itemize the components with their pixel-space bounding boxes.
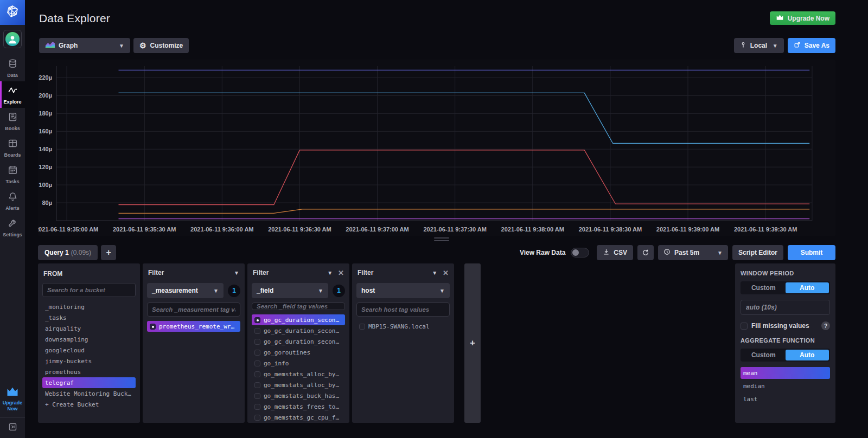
- view-raw-data-toggle[interactable]: [571, 248, 589, 257]
- checkbox[interactable]: [254, 350, 260, 356]
- sidebar-item-books[interactable]: Books: [0, 108, 25, 134]
- close-icon[interactable]: ✕: [443, 269, 449, 276]
- sidebar-item-boards[interactable]: Boards: [0, 134, 25, 161]
- view-controls: Graph ▼ ⚙ Customize Local ▼: [39, 38, 835, 53]
- checkbox[interactable]: [359, 324, 365, 330]
- sidebar-item-tasks[interactable]: Tasks: [0, 161, 25, 188]
- help-icon[interactable]: ?: [821, 321, 830, 330]
- chevron-down-icon[interactable]: ▼: [327, 270, 333, 276]
- aggregate-function-item[interactable]: mean: [741, 367, 830, 379]
- checkbox[interactable]: [254, 339, 260, 345]
- tag-value-item[interactable]: go_info: [252, 358, 345, 369]
- tag-key-dropdown[interactable]: _measurement▼: [147, 283, 224, 298]
- tag-value-item[interactable]: go_memstats_frees_total: [252, 401, 345, 412]
- boards-icon: [8, 138, 18, 151]
- x-axis-tick-label: 2021-06-11 9:35:00 AM: [38, 226, 98, 233]
- upgrade-now-button[interactable]: Upgrade Now: [770, 11, 835, 25]
- window-period-input[interactable]: [741, 300, 830, 315]
- bucket-item[interactable]: _tasks: [42, 312, 136, 323]
- expand-panel-icon[interactable]: [8, 418, 17, 438]
- checkbox[interactable]: [254, 404, 260, 410]
- filter-title: Filter: [148, 269, 164, 276]
- checkbox[interactable]: [254, 360, 260, 366]
- checkbox[interactable]: [254, 317, 260, 323]
- tag-value-item[interactable]: go_memstats_gc_cpu_fraction: [252, 412, 345, 423]
- export-icon: [794, 41, 801, 50]
- bucket-item[interactable]: + Create Bucket: [42, 399, 136, 410]
- bucket-search-input[interactable]: [42, 283, 136, 297]
- bucket-item[interactable]: airquality: [42, 323, 136, 334]
- chevron-down-icon: ▼: [213, 288, 219, 294]
- window-custom-option[interactable]: Custom: [742, 282, 786, 293]
- query-tab[interactable]: Query 1 (0.09s): [38, 245, 98, 260]
- sidebar-item-settings[interactable]: Settings: [0, 214, 25, 241]
- tag-value-item[interactable]: go_gc_duration_seconds: [252, 314, 345, 325]
- save-as-button[interactable]: Save As: [788, 38, 835, 53]
- chevron-down-icon[interactable]: ▼: [432, 270, 437, 276]
- bucket-item[interactable]: jimmy-buckets: [42, 356, 136, 366]
- submit-button[interactable]: Submit: [788, 245, 835, 260]
- bucket-item[interactable]: _monitoring: [42, 301, 136, 312]
- tag-value-item[interactable]: prometheus_remote_write: [147, 321, 240, 332]
- data-icon: [8, 59, 18, 71]
- sidebar-item-data[interactable]: Data: [0, 55, 25, 81]
- close-icon[interactable]: ✕: [338, 269, 344, 276]
- sidebar-item-explore[interactable]: Explore: [0, 81, 25, 108]
- tag-value-item[interactable]: go_memstats_buck_hash_sys_bytes: [252, 390, 345, 401]
- aggregate-custom-option[interactable]: Custom: [742, 350, 786, 360]
- checkbox[interactable]: [254, 393, 260, 399]
- controls-right: Local ▼ Save As: [734, 38, 835, 53]
- aggregate-auto-option[interactable]: Auto: [786, 350, 829, 360]
- time-series-chart[interactable]: 80µ100µ120µ140µ160µ180µ200µ220µ2021-06-1…: [38, 60, 835, 236]
- tag-value-search-input[interactable]: [252, 302, 345, 310]
- checkbox[interactable]: [150, 324, 156, 330]
- checkbox[interactable]: [254, 382, 260, 388]
- bucket-item[interactable]: telegraf: [42, 377, 136, 388]
- chevron-down-icon[interactable]: ▼: [234, 270, 239, 276]
- sidebar-item-alerts[interactable]: Alerts: [0, 188, 25, 214]
- time-range-dropdown[interactable]: Past 5m ▼: [658, 245, 728, 260]
- window-auto-option[interactable]: Auto: [786, 282, 829, 293]
- tag-value-search-input[interactable]: [356, 302, 450, 317]
- sidebar-item-label: Alerts: [5, 205, 20, 211]
- add-filter-button[interactable]: +: [464, 263, 481, 423]
- view-type-dropdown[interactable]: Graph ▼: [39, 38, 130, 53]
- user-avatar[interactable]: [3, 30, 22, 48]
- tag-value-item[interactable]: go_gc_duration_seconds_count: [252, 325, 345, 336]
- y-axis-tick-label: 120µ: [39, 164, 52, 170]
- bucket-item[interactable]: prometheus: [42, 366, 136, 377]
- bucket-item[interactable]: Website Monitoring Bucket: [42, 388, 136, 399]
- tag-value-item[interactable]: go_goroutines: [252, 347, 345, 358]
- sidebar-upgrade-button[interactable]: Upgrade Now: [1, 387, 24, 418]
- filter-panel-host: Filter▼✕host▼MBP15-SWANG.local: [352, 263, 454, 423]
- resize-handle[interactable]: [434, 237, 449, 241]
- crown-icon: [6, 387, 19, 399]
- refresh-button[interactable]: [637, 245, 654, 260]
- fill-missing-checkbox[interactable]: [741, 323, 748, 330]
- tag-value-item[interactable]: go_memstats_alloc_bytes: [252, 369, 345, 379]
- tag-key-dropdown[interactable]: host▼: [356, 283, 450, 298]
- aggregate-toggle: Custom Auto: [741, 349, 830, 362]
- tag-value-item[interactable]: go_gc_duration_seconds_sum: [252, 336, 345, 347]
- gear-icon: ⚙: [139, 42, 146, 49]
- bucket-item[interactable]: downsampling: [42, 334, 136, 345]
- script-editor-button[interactable]: Script Editor: [732, 245, 783, 260]
- influxdb-logo[interactable]: [0, 0, 25, 25]
- sidebar-item-label: Explore: [3, 99, 21, 105]
- tag-value-item[interactable]: MBP15-SWANG.local: [356, 321, 450, 332]
- aggregate-function-item[interactable]: median: [741, 380, 830, 392]
- window-period-title: WINDOW PERIOD: [741, 270, 830, 276]
- tag-value-item[interactable]: go_memstats_alloc_bytes_total: [252, 379, 345, 390]
- timezone-dropdown[interactable]: Local ▼: [734, 38, 784, 53]
- customize-button[interactable]: ⚙ Customize: [133, 38, 189, 53]
- csv-download-button[interactable]: CSV: [597, 245, 633, 260]
- checkbox[interactable]: [254, 371, 260, 377]
- aggregate-function-item[interactable]: last: [741, 393, 830, 405]
- tag-value-search-input[interactable]: [147, 302, 240, 317]
- area-chart-icon: [45, 41, 55, 50]
- checkbox[interactable]: [254, 415, 260, 421]
- bucket-item[interactable]: googlecloud: [42, 345, 136, 356]
- checkbox[interactable]: [254, 328, 260, 334]
- tag-key-dropdown[interactable]: _field▼: [252, 283, 328, 298]
- add-query-button[interactable]: +: [101, 245, 116, 260]
